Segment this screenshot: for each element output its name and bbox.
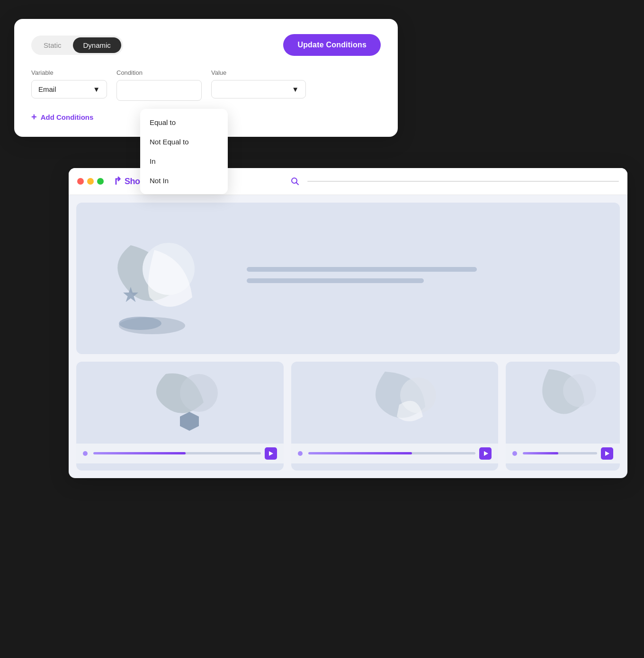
progress-bar-1	[93, 452, 261, 454]
progress-dot-3	[512, 451, 517, 456]
browser-window: ↱ Shoplane	[69, 168, 627, 478]
fields-row: Variable Email ▼ Condition Value ▼	[31, 69, 381, 101]
variable-value: Email	[38, 85, 56, 93]
update-conditions-button[interactable]: Update Conditions	[283, 34, 381, 56]
logo-icon: ↱	[113, 175, 122, 187]
progress-fill-3	[523, 452, 558, 454]
value-label: Value	[211, 69, 306, 76]
play-icon-3	[605, 451, 609, 456]
plus-icon: +	[31, 112, 37, 122]
card-2	[291, 362, 499, 471]
play-badge-2[interactable]	[479, 447, 492, 460]
progress-fill-1	[93, 452, 186, 454]
search-bar[interactable]	[307, 181, 619, 182]
value-select[interactable]: ▼	[211, 80, 306, 98]
card-3-footer	[506, 444, 620, 463]
condition-field-group: Condition	[116, 69, 202, 101]
progress-dot-2	[298, 451, 303, 456]
progress-dot-1	[83, 451, 88, 456]
variable-field-group: Variable Email ▼	[31, 69, 107, 98]
maximize-button[interactable]	[97, 178, 104, 185]
svg-line-1	[296, 183, 299, 185]
add-conditions-label: Add Conditions	[41, 113, 94, 121]
card-2-illustration	[291, 362, 499, 444]
value-field-group: Value ▼	[211, 69, 306, 98]
toggle-group: Static Dynamic	[31, 36, 123, 55]
progress-bar-2	[308, 452, 476, 454]
hero-section	[76, 203, 620, 354]
play-icon-2	[484, 451, 488, 456]
card-1-footer	[76, 444, 284, 463]
panel-header: Static Dynamic Update Conditions	[31, 34, 381, 56]
variable-select[interactable]: Email ▼	[31, 80, 107, 98]
dropdown-item-equal-to[interactable]: Equal to	[140, 113, 228, 132]
value-chevron-icon: ▼	[292, 85, 299, 93]
progress-fill-2	[308, 452, 412, 454]
close-button[interactable]	[77, 178, 84, 185]
condition-input[interactable]	[116, 80, 202, 101]
hero-title-line	[247, 267, 477, 272]
traffic-lights	[77, 178, 104, 185]
hero-subtitle-line	[247, 278, 424, 283]
progress-bar-3	[523, 452, 597, 454]
card-1-illustration	[76, 362, 284, 444]
minimize-button[interactable]	[87, 178, 94, 185]
dropdown-item-in[interactable]: In	[140, 151, 228, 171]
card-3	[506, 362, 620, 471]
dropdown-item-not-equal-to[interactable]: Not Equal to	[140, 132, 228, 151]
svg-marker-7	[180, 412, 199, 431]
card-1	[76, 362, 284, 471]
play-badge-3[interactable]	[601, 447, 613, 460]
hero-text-content	[228, 248, 620, 309]
play-icon-1	[269, 451, 273, 456]
card-2-footer	[291, 444, 499, 463]
add-conditions-button[interactable]: + Add Conditions	[31, 112, 93, 122]
search-icon[interactable]	[287, 174, 303, 189]
play-badge-1[interactable]	[265, 447, 277, 460]
search-area	[287, 174, 619, 189]
hero-illustration	[76, 203, 228, 354]
condition-label: Condition	[116, 69, 202, 76]
cards-row	[69, 362, 627, 478]
dropdown-item-not-in[interactable]: Not In	[140, 171, 228, 190]
dynamic-toggle[interactable]: Dynamic	[73, 37, 121, 53]
variable-label: Variable	[31, 69, 107, 76]
svg-point-6	[180, 374, 218, 412]
chevron-down-icon: ▼	[93, 85, 100, 93]
static-toggle[interactable]: Static	[33, 37, 72, 53]
svg-point-5	[119, 317, 161, 330]
svg-point-9	[563, 374, 596, 407]
card-3-illustration	[506, 362, 620, 444]
condition-dropdown: Equal to Not Equal to In Not In	[140, 109, 228, 194]
